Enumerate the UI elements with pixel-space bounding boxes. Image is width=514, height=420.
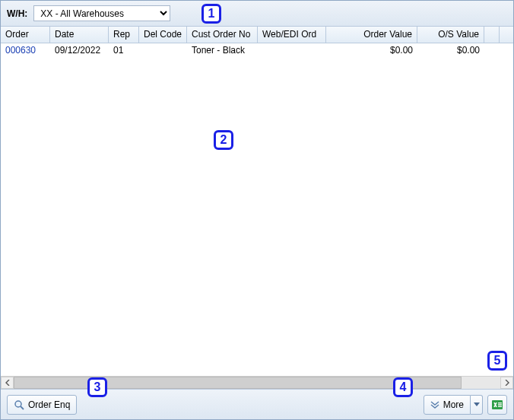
cell-date: 09/12/2022 [50, 43, 109, 58]
svg-rect-3 [498, 402, 502, 403]
cell-order[interactable]: 000630 [1, 43, 50, 58]
callout-4: 4 [393, 377, 413, 397]
scroll-left-icon[interactable] [1, 377, 14, 389]
order-enq-label: Order Enq [28, 399, 70, 410]
grid-body[interactable]: 000630 09/12/2022 01 Toner - Black $0.00… [1, 43, 513, 376]
export-excel-button[interactable] [487, 395, 507, 415]
callout-2: 2 [214, 130, 233, 150]
scroll-track[interactable] [14, 377, 500, 389]
order-enq-button[interactable]: Order Enq [7, 395, 77, 415]
svg-rect-4 [498, 404, 502, 405]
callout-1: 1 [201, 4, 221, 24]
cell-os-value: $0.00 [417, 43, 484, 58]
svg-rect-5 [498, 406, 502, 406]
excel-icon [491, 399, 503, 411]
horizontal-scrollbar[interactable] [1, 376, 513, 389]
orders-window: W/H: XX - All Warehouses Order Date Rep … [0, 0, 514, 420]
cell-cust-order-no: Toner - Black [187, 43, 258, 58]
scroll-right-icon[interactable] [500, 377, 513, 389]
col-order[interactable]: Order [1, 27, 50, 43]
filter-bar: W/H: XX - All Warehouses [1, 1, 513, 27]
caret-down-icon [474, 402, 480, 406]
more-button[interactable]: More [424, 395, 471, 415]
warehouse-select[interactable]: XX - All Warehouses [33, 5, 170, 21]
col-os-value[interactable]: O/S Value [417, 27, 484, 43]
callout-3: 3 [87, 377, 107, 397]
col-cust-order-no[interactable]: Cust Order No [187, 27, 258, 43]
col-del[interactable]: Del Code [139, 27, 187, 43]
cell-rep: 01 [109, 43, 139, 58]
more-button-group: More [424, 395, 483, 415]
more-dropdown-toggle[interactable] [471, 395, 483, 415]
warehouse-label: W/H: [7, 8, 27, 19]
col-extra [484, 27, 500, 43]
orders-grid: Order Date Rep Del Code Cust Order No We… [1, 27, 513, 389]
more-label: More [443, 399, 464, 410]
bottom-toolbar: Order Enq More [1, 389, 513, 419]
callout-5: 5 [487, 351, 507, 371]
svg-point-0 [15, 401, 21, 407]
chevron-double-down-icon [430, 401, 439, 409]
cell-order-value: $0.00 [326, 43, 417, 58]
table-row[interactable]: 000630 09/12/2022 01 Toner - Black $0.00… [1, 43, 513, 59]
col-date[interactable]: Date [50, 27, 109, 43]
col-web-edi[interactable]: Web/EDI Ord [258, 27, 326, 43]
svg-line-1 [21, 406, 24, 409]
grid-header-row: Order Date Rep Del Code Cust Order No We… [1, 27, 513, 43]
col-rep[interactable]: Rep [109, 27, 139, 43]
cell-web [258, 43, 326, 58]
cell-del [139, 43, 187, 58]
magnifier-icon [14, 399, 24, 410]
col-order-value[interactable]: Order Value [326, 27, 417, 43]
